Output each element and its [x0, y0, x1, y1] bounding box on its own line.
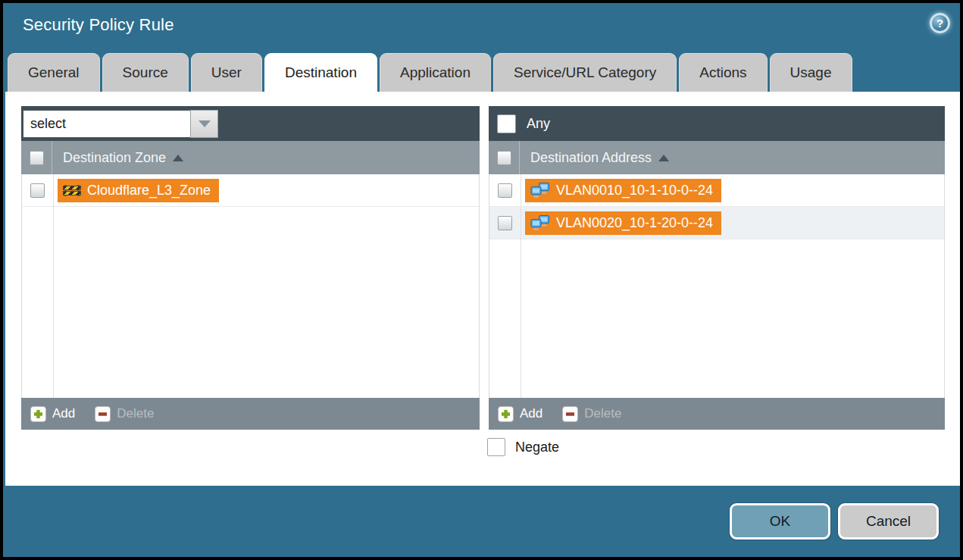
- tab-application[interactable]: Application: [380, 53, 491, 92]
- zone-delete-button[interactable]: Delete: [95, 406, 154, 422]
- zone-delete-label: Delete: [117, 406, 154, 421]
- address-add-label: Add: [520, 406, 542, 421]
- add-plus-icon: [498, 406, 514, 422]
- any-label: Any: [527, 116, 550, 132]
- delete-minus-icon: [562, 406, 578, 422]
- address-chip[interactable]: VLAN0020_10-1-20-0--24: [525, 211, 721, 235]
- address-footer-toolbar: Add Delete: [489, 398, 945, 430]
- negate-option: Negate: [487, 438, 559, 456]
- delete-minus-icon: [95, 406, 111, 422]
- negate-checkbox[interactable]: [487, 438, 505, 456]
- zone-column-header-label[interactable]: Destination Zone: [63, 150, 183, 166]
- address-row-checkbox-cell: [489, 174, 521, 206]
- ok-button[interactable]: OK: [730, 503, 830, 540]
- zone-row-cloudflare[interactable]: Cloudflare_L3_Zone: [22, 174, 479, 207]
- chevron-down-icon: [199, 120, 211, 127]
- zone-row-checkbox[interactable]: [30, 183, 45, 198]
- address-icon: [530, 183, 550, 199]
- zone-add-label: Add: [52, 406, 75, 421]
- any-checkbox[interactable]: [497, 114, 516, 133]
- address-name: VLAN0010_10-1-10-0--24: [556, 183, 713, 199]
- address-row-checkbox-cell: [489, 207, 521, 239]
- security-policy-rule-dialog: Security Policy Rule ? General Source Us…: [0, 0, 963, 560]
- address-list: VLAN0010_10-1-10-0--24: [489, 174, 945, 398]
- zone-row-checkbox-cell: [22, 174, 53, 206]
- tab-actions[interactable]: Actions: [679, 53, 767, 92]
- address-name: VLAN0020_10-1-20-0--24: [556, 215, 713, 231]
- zone-toolbar: [21, 106, 480, 141]
- zone-chip[interactable]: Cloudflare_L3_Zone: [58, 179, 219, 202]
- address-chip[interactable]: VLAN0010_10-1-10-0--24: [525, 179, 721, 202]
- zone-select-input[interactable]: [23, 110, 190, 138]
- address-add-button[interactable]: Add: [498, 406, 542, 422]
- zone-footer-toolbar: Add Delete: [21, 398, 480, 430]
- dialog-title: Security Policy Rule: [23, 15, 174, 35]
- negate-label: Negate: [515, 440, 559, 455]
- address-column-header-text: Destination Address: [530, 150, 652, 166]
- zone-select-combo[interactable]: [23, 110, 218, 138]
- tab-destination[interactable]: Destination: [264, 53, 377, 92]
- sort-ascending-icon: [173, 155, 183, 161]
- zone-column-header: Destination Zone: [21, 141, 480, 174]
- zone-list: Cloudflare_L3_Zone: [21, 174, 480, 398]
- help-icon[interactable]: ?: [930, 13, 950, 33]
- address-column-header-label[interactable]: Destination Address: [530, 150, 669, 166]
- tab-general[interactable]: General: [8, 53, 100, 92]
- tab-service-url-category[interactable]: Service/URL Category: [493, 53, 677, 92]
- zone-name: Cloudflare_L3_Zone: [87, 183, 211, 199]
- address-row-vlan0020[interactable]: VLAN0020_10-1-20-0--24: [489, 207, 944, 239]
- tab-source[interactable]: Source: [102, 53, 189, 92]
- address-row-checkbox[interactable]: [498, 183, 512, 198]
- address-column-header: Destination Address: [489, 141, 945, 174]
- address-row-checkbox[interactable]: [498, 216, 512, 230]
- destination-address-panel: Any Destination Address: [489, 106, 945, 430]
- destination-zone-panel: Destination Zone Cloudflare_L3_Zone: [21, 106, 480, 430]
- address-header-checkbox-cell: [489, 141, 520, 174]
- tab-content-destination: Destination Zone Cloudflare_L3_Zone: [5, 92, 961, 486]
- tab-bar: General Source User Destination Applicat…: [8, 53, 852, 92]
- address-icon: [530, 215, 550, 231]
- zone-icon: [63, 184, 81, 197]
- tab-user[interactable]: User: [191, 53, 262, 92]
- zone-select-all-checkbox[interactable]: [30, 151, 44, 165]
- address-delete-label: Delete: [584, 406, 621, 421]
- sort-ascending-icon: [658, 155, 669, 161]
- zone-header-checkbox-cell: [21, 141, 52, 174]
- address-row-vlan0010[interactable]: VLAN0010_10-1-10-0--24: [489, 174, 944, 207]
- tab-usage[interactable]: Usage: [770, 53, 852, 92]
- address-delete-button[interactable]: Delete: [562, 406, 621, 422]
- zone-add-button[interactable]: Add: [30, 406, 75, 422]
- address-toolbar: Any: [489, 106, 945, 141]
- zone-column-header-text: Destination Zone: [63, 150, 166, 166]
- address-select-all-checkbox[interactable]: [497, 151, 511, 165]
- add-plus-icon: [30, 406, 46, 422]
- zone-select-dropdown-button[interactable]: [190, 110, 218, 138]
- cancel-button[interactable]: Cancel: [838, 503, 939, 540]
